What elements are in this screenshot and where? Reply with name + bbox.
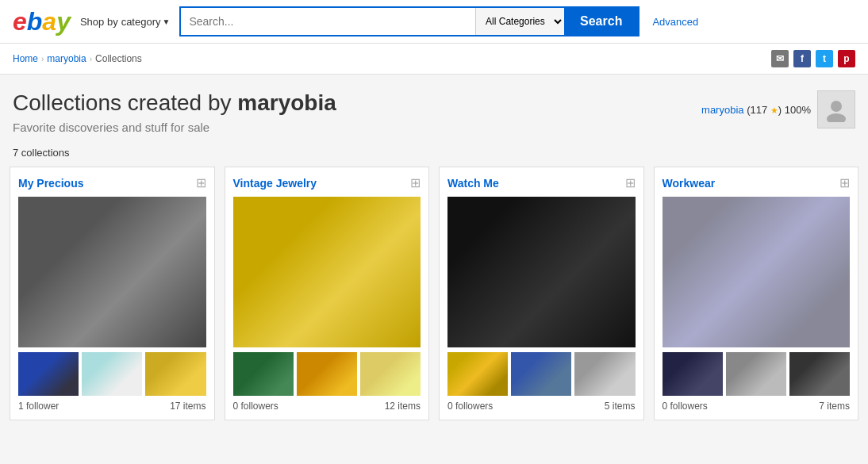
collection-card: Workwear ⊞ 0 followers 7 items xyxy=(654,167,859,420)
collection-thumbnails xyxy=(447,352,636,396)
card-header: Workwear ⊞ xyxy=(663,175,851,190)
thumbnail-image[interactable] xyxy=(574,352,635,396)
logo-y: y xyxy=(56,7,71,36)
logo-e: e xyxy=(13,7,27,36)
site-header: e b a y Shop by category ▼ All Categorie… xyxy=(0,0,868,44)
breadcrumb-current: Collections xyxy=(95,53,142,64)
collection-thumbnails xyxy=(233,352,421,396)
share-icon[interactable]: ⊞ xyxy=(410,175,421,190)
avatar-icon xyxy=(824,97,849,122)
facebook-share-icon[interactable]: f xyxy=(793,50,811,67)
thumbnail-image[interactable] xyxy=(82,352,142,396)
thumbnail-image[interactable] xyxy=(18,352,79,396)
card-header: Vintage Jewelry ⊞ xyxy=(233,175,421,190)
thumbnail-image[interactable] xyxy=(297,352,357,396)
collection-title[interactable]: Vintage Jewelry xyxy=(233,177,317,190)
svg-point-0 xyxy=(831,101,842,112)
twitter-share-icon[interactable]: t xyxy=(816,50,833,67)
collection-main-image[interactable] xyxy=(18,197,206,347)
share-icon[interactable]: ⊞ xyxy=(196,175,206,190)
search-button[interactable]: Search xyxy=(564,8,638,35)
user-star-icon: ★ xyxy=(770,105,778,115)
svg-point-1 xyxy=(827,113,846,122)
thumbnail-image[interactable] xyxy=(511,352,571,396)
card-footer: 0 followers 5 items xyxy=(447,401,636,412)
category-select[interactable]: All Categories xyxy=(475,8,564,35)
chevron-down-icon: ▼ xyxy=(163,17,171,26)
thumbnail-image[interactable] xyxy=(663,352,723,396)
search-input[interactable] xyxy=(181,8,475,35)
thumbnail-image[interactable] xyxy=(360,352,421,396)
shop-by-label: Shop by xyxy=(80,16,118,28)
collections-grid: My Precious ⊞ 1 follower 17 items Vintag… xyxy=(0,167,868,436)
pinterest-share-icon[interactable]: p xyxy=(838,50,855,67)
items-count: 12 items xyxy=(385,401,421,412)
items-count: 5 items xyxy=(605,401,636,412)
user-review-count: 117 xyxy=(750,104,767,116)
collection-card: Watch Me ⊞ 0 followers 5 items xyxy=(439,167,644,420)
collection-main-image[interactable] xyxy=(233,197,421,347)
user-info: maryobia (117 ★) 100% xyxy=(701,104,811,116)
title-username: maryobia xyxy=(237,90,336,115)
thumbnail-image[interactable] xyxy=(789,352,850,396)
collections-count: 7 collections xyxy=(0,142,868,167)
user-link[interactable]: maryobia xyxy=(701,104,743,116)
card-footer: 0 followers 12 items xyxy=(233,401,421,412)
email-share-icon[interactable]: ✉ xyxy=(771,50,789,67)
collection-title[interactable]: Workwear xyxy=(663,177,716,190)
hero-left: Collections created by maryobia Favorite… xyxy=(13,90,336,134)
search-bar: All Categories Search xyxy=(179,6,639,36)
followers-count: 0 followers xyxy=(233,401,278,412)
followers-count: 1 follower xyxy=(18,401,59,412)
breadcrumb-home[interactable]: Home xyxy=(13,53,38,64)
hero-right: maryobia (117 ★) 100% xyxy=(701,90,855,128)
thumbnail-image[interactable] xyxy=(726,352,786,396)
share-icon[interactable]: ⊞ xyxy=(625,175,636,190)
collection-card: Vintage Jewelry ⊞ 0 followers 12 items xyxy=(225,167,430,420)
hero-section: Collections created by maryobia Favorite… xyxy=(0,75,868,142)
thumbnail-image[interactable] xyxy=(447,352,508,396)
followers-count: 0 followers xyxy=(663,401,708,412)
thumbnail-image[interactable] xyxy=(145,352,205,396)
title-prefix: Collections created by xyxy=(13,90,237,115)
page-title: Collections created by maryobia xyxy=(13,90,336,116)
breadcrumb-nav: Home › maryobia › Collections xyxy=(13,53,142,64)
card-footer: 0 followers 7 items xyxy=(663,401,851,412)
breadcrumb: Home › maryobia › Collections ✉ f t p xyxy=(0,44,868,75)
collection-title[interactable]: Watch Me xyxy=(447,177,499,190)
advanced-search-link[interactable]: Advanced xyxy=(652,16,698,28)
collection-thumbnails xyxy=(663,352,851,396)
logo-a: a xyxy=(42,7,56,36)
thumbnail-image[interactable] xyxy=(233,352,294,396)
breadcrumb-sep-2: › xyxy=(90,55,92,63)
collection-title[interactable]: My Precious xyxy=(18,177,83,190)
items-count: 17 items xyxy=(170,401,205,412)
social-share-bar: ✉ f t p xyxy=(771,50,855,67)
followers-count: 0 followers xyxy=(447,401,493,412)
logo-b: b xyxy=(27,7,43,36)
page-subtitle: Favorite discoveries and stuff for sale xyxy=(13,121,336,134)
shop-by-category[interactable]: Shop by category ▼ xyxy=(80,16,170,28)
breadcrumb-sep-1: › xyxy=(41,55,44,63)
card-header: My Precious ⊞ xyxy=(18,175,206,190)
avatar xyxy=(817,90,855,128)
breadcrumb-user[interactable]: maryobia xyxy=(47,53,86,64)
share-icon[interactable]: ⊞ xyxy=(839,175,850,190)
category-label: category xyxy=(121,16,161,28)
collection-main-image[interactable] xyxy=(447,197,636,347)
collection-thumbnails xyxy=(18,352,206,396)
collection-main-image[interactable] xyxy=(663,197,851,347)
items-count: 7 items xyxy=(819,401,850,412)
collection-card: My Precious ⊞ 1 follower 17 items xyxy=(10,167,215,420)
card-footer: 1 follower 17 items xyxy=(18,401,206,412)
site-logo[interactable]: e b a y xyxy=(13,7,71,36)
card-header: Watch Me ⊞ xyxy=(447,175,636,190)
user-feedback-percent: 100% xyxy=(785,104,811,116)
